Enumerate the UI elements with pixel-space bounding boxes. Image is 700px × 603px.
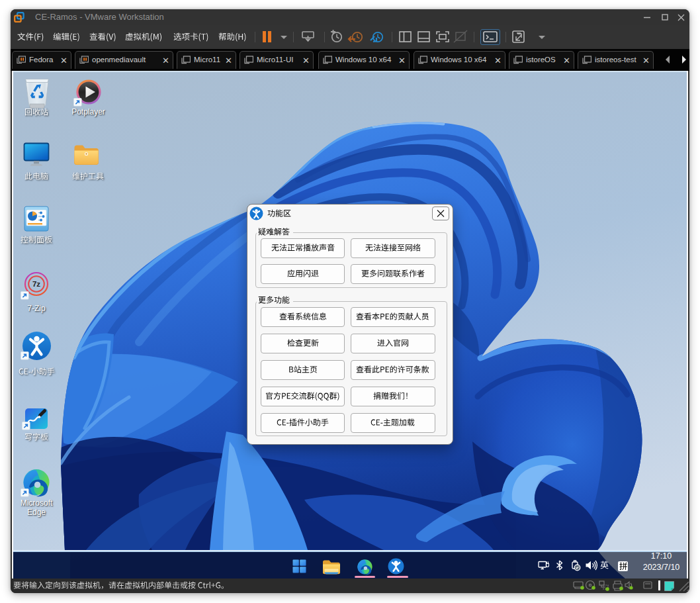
svg-text:7z: 7z (32, 280, 40, 288)
